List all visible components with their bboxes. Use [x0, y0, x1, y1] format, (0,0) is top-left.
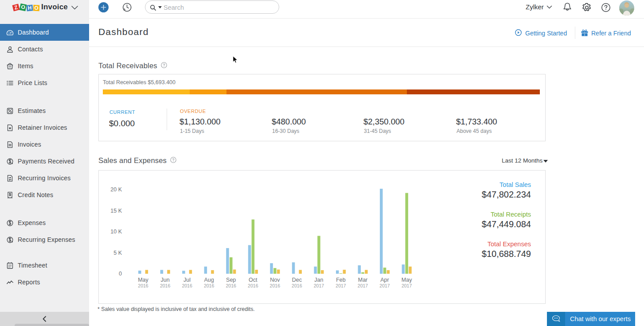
- svg-text:2017: 2017: [379, 283, 390, 288]
- svg-text:Oct: Oct: [249, 277, 258, 283]
- svg-text:2017: 2017: [402, 283, 412, 288]
- svg-text:Jun: Jun: [161, 277, 170, 283]
- svg-text:Feb: Feb: [336, 277, 346, 283]
- svg-text:Aug: Aug: [204, 277, 214, 283]
- svg-text:0: 0: [119, 271, 122, 277]
- svg-text:Total Receipts: Total Receipts: [491, 211, 531, 218]
- svg-text:2016: 2016: [226, 283, 237, 288]
- svg-text:Mar: Mar: [358, 277, 368, 283]
- svg-text:Nov: Nov: [270, 277, 280, 283]
- svg-text:2017: 2017: [314, 283, 324, 288]
- svg-text:May: May: [402, 277, 412, 283]
- svg-text:$47,449.084: $47,449.084: [482, 219, 531, 229]
- svg-text:Total Sales: Total Sales: [500, 181, 531, 188]
- svg-text:$10,688.749: $10,688.749: [482, 249, 531, 259]
- svg-text:2016: 2016: [160, 283, 171, 288]
- svg-text:Sep: Sep: [226, 277, 236, 283]
- svg-text:2017: 2017: [336, 283, 346, 288]
- svg-text:Jul: Jul: [183, 277, 191, 283]
- svg-text:2017: 2017: [358, 283, 368, 288]
- svg-text:Total Expenses: Total Expenses: [488, 241, 531, 248]
- svg-text:May: May: [138, 277, 148, 283]
- svg-text:Apr: Apr: [380, 277, 389, 283]
- svg-text:5 K: 5 K: [113, 250, 122, 256]
- svg-text:Jan: Jan: [314, 277, 323, 283]
- svg-text:Dec: Dec: [292, 277, 302, 283]
- svg-text:$47,802.234: $47,802.234: [482, 190, 531, 199]
- svg-text:2016: 2016: [270, 283, 281, 288]
- svg-text:2016: 2016: [248, 283, 258, 288]
- svg-text:2016: 2016: [204, 283, 215, 288]
- svg-text:2016: 2016: [182, 283, 192, 288]
- svg-text:2016: 2016: [292, 283, 302, 288]
- svg-text:2016: 2016: [138, 283, 148, 288]
- svg-text:10 K: 10 K: [110, 229, 122, 235]
- svg-text:15 K: 15 K: [110, 208, 122, 214]
- svg-text:20 K: 20 K: [110, 186, 122, 193]
